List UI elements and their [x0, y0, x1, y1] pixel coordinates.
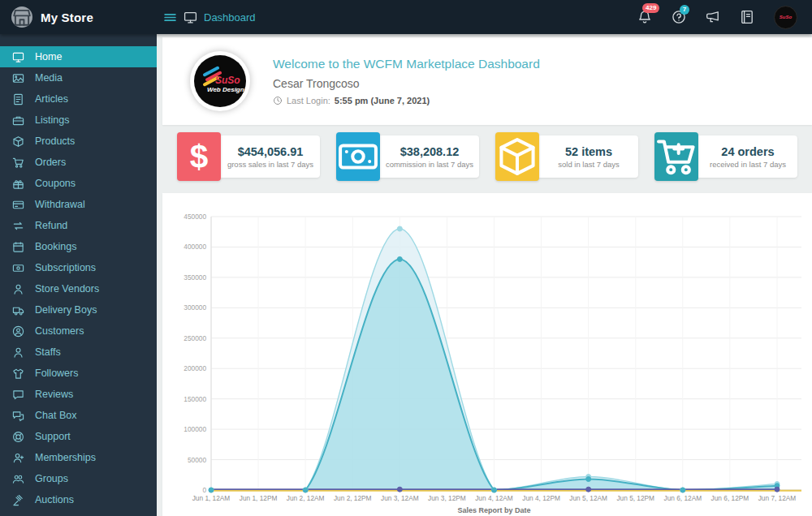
sidebar-item-label: Media	[35, 72, 63, 84]
x-tick-label: Jun 6, 12PM	[711, 494, 749, 502]
sidebar-item-reviews[interactable]: Reviews	[0, 384, 157, 405]
stat-card: $38,208.12commission in last 7 days	[336, 132, 479, 181]
sidebar-item-withdrawal[interactable]: Withdrawal	[0, 194, 157, 215]
briefcase-icon	[12, 114, 24, 127]
sidebar-item-label: Subscriptions	[35, 262, 96, 273]
svg-text:$: $	[190, 138, 209, 175]
sidebar-item-customers[interactable]: Customers	[0, 320, 157, 342]
y-tick-label: 400000	[184, 243, 206, 251]
topbar-actions: 429 7 SuSo	[637, 6, 812, 29]
stat-value: $38,208.12	[400, 145, 460, 158]
y-tick-label: 350000	[184, 273, 206, 282]
sidebar-item-label: Listings	[35, 114, 69, 126]
x-tick-label: Jun 5, 12AM	[569, 494, 607, 502]
welcome-text: Welcome to the WCFM Marketplace Dashboar…	[273, 57, 540, 105]
help-icon[interactable]: 7	[672, 10, 686, 24]
cart-plus-icon	[654, 132, 698, 181]
stat-label: received in last 7 days	[710, 160, 786, 169]
stat-card: 52 itemssold in last 7 days	[495, 132, 638, 181]
sidebar-item-label: Articles	[35, 93, 68, 105]
stat-value: 52 items	[565, 145, 612, 158]
main-content: SuSo Web Design Welcome to the WCFM Mark…	[157, 34, 812, 516]
breadcrumb[interactable]: Dashboard	[157, 11, 256, 24]
last-login: Last Login: 5:55 pm (June 7, 2021)	[273, 96, 540, 105]
sidebar-item-products[interactable]: Products	[0, 131, 157, 152]
x-tick-label: Jun 3, 12AM	[381, 494, 419, 502]
knowledgebase-book-icon[interactable]	[740, 10, 754, 24]
sidebar-item-staffs[interactable]: Staffs	[0, 342, 157, 363]
y-tick-label: 50000	[188, 456, 206, 464]
sidebar-item-label: Products	[35, 135, 75, 147]
net-earnings-inner-area-marker	[209, 488, 214, 492]
indigo-flat-line-marker	[775, 487, 780, 492]
sidebar-item-memberships[interactable]: Memberships	[0, 447, 157, 468]
x-tick-label: Jun 2, 12PM	[334, 494, 372, 502]
y-tick-label: 450000	[184, 213, 206, 221]
sidebar-item-label: Groups	[35, 473, 68, 484]
stat-value: $454,056.91	[238, 145, 304, 158]
stat-card-body: 52 itemssold in last 7 days	[539, 135, 638, 178]
stats-row: $$454,056.91gross sales in last 7 days$3…	[177, 132, 797, 181]
sidebar-item-auctions[interactable]: Auctions	[0, 489, 157, 510]
vendor-logo: SuSo Web Design	[190, 51, 250, 111]
y-tick-label: 250000	[184, 334, 206, 342]
sidebar-item-label: Support	[35, 431, 71, 442]
x-tick-label: Jun 1, 12PM	[240, 494, 278, 502]
sidebar-item-label: Refund	[35, 220, 67, 231]
sidebar-item-label: Auctions	[35, 494, 74, 505]
sidebar-item-label: Followers	[35, 368, 79, 379]
sidebar-item-refund[interactable]: Refund	[0, 215, 157, 236]
stat-card: 24 ordersreceived in last 7 days	[654, 132, 797, 181]
sidebar-item-label: Customers	[35, 325, 84, 337]
sidebar-item-bookings[interactable]: Bookings	[0, 236, 157, 257]
sidebar-item-followers[interactable]: Followers	[0, 363, 157, 384]
sidebar-item-orders[interactable]: Orders	[0, 152, 157, 173]
sidebar-item-media[interactable]: Media	[0, 67, 157, 88]
sidebar-item-label: Delivery Boys	[35, 304, 97, 316]
person-circle-icon	[12, 325, 24, 338]
indigo-flat-line-marker	[397, 487, 402, 492]
person-icon	[12, 346, 24, 359]
dashboard-icon	[184, 11, 197, 24]
money-bill-icon	[336, 132, 380, 181]
sidebar-item-home[interactable]: Home	[0, 46, 157, 67]
sidebar-item-label: Coupons	[35, 178, 76, 189]
menu-icon[interactable]	[163, 11, 177, 24]
net-earnings-inner-area-marker	[680, 488, 685, 492]
sidebar-item-store-vendors[interactable]: Store Vendors	[0, 278, 157, 299]
breadcrumb-label[interactable]: Dashboard	[204, 11, 256, 24]
sidebar-item-label: Bookings	[35, 241, 76, 252]
topbar: My Store Dashboard 429 7 SuSo	[0, 0, 812, 34]
user-avatar[interactable]: SuSo	[774, 6, 797, 29]
store-brand[interactable]: My Store	[0, 6, 157, 28]
comment-icon	[12, 389, 24, 401]
support-icon	[12, 431, 24, 443]
sidebar-item-delivery-boys[interactable]: Delivery Boys	[0, 299, 157, 320]
money-icon	[12, 262, 24, 274]
notifications-bell-icon[interactable]: 429	[637, 10, 652, 24]
welcome-panel: SuSo Web Design Welcome to the WCFM Mark…	[162, 37, 812, 125]
announcements-megaphone-icon[interactable]	[706, 10, 720, 24]
vendor-logo-disc: SuSo Web Design	[194, 55, 246, 107]
cart-icon	[12, 157, 24, 169]
sidebar-item-label: Memberships	[35, 452, 96, 463]
logo-text-primary: SuSo	[215, 75, 240, 86]
sidebar-item-groups[interactable]: Groups	[0, 468, 157, 489]
stat-label: gross sales in last 7 days	[227, 160, 313, 169]
sales-chart-panel: 0500001000001500002000002500003000003500…	[162, 193, 812, 516]
sidebar-item-coupons[interactable]: Coupons	[0, 173, 157, 194]
sidebar-item-support[interactable]: Support	[0, 426, 157, 447]
x-tick-label: Jun 6, 12AM	[664, 494, 702, 502]
sidebar-item-label: Withdrawal	[35, 199, 85, 210]
sidebar-item-articles[interactable]: Articles	[0, 88, 157, 110]
stat-label: commission in last 7 days	[386, 160, 473, 169]
sidebar-item-subscriptions[interactable]: Subscriptions	[0, 257, 157, 278]
vendor-name: Cesar Trongcoso	[273, 77, 540, 90]
sidebar-item-listings[interactable]: Listings	[0, 110, 157, 131]
store-logo-icon	[11, 6, 32, 28]
truck-icon	[12, 304, 24, 316]
sales-chart-svg: 0500001000001500002000002500003000003500…	[172, 204, 804, 516]
person-plus-icon	[12, 452, 24, 464]
sidebar-item-chat-box[interactable]: Chat Box	[0, 405, 157, 426]
net-earnings-inner-area-marker	[303, 488, 308, 492]
